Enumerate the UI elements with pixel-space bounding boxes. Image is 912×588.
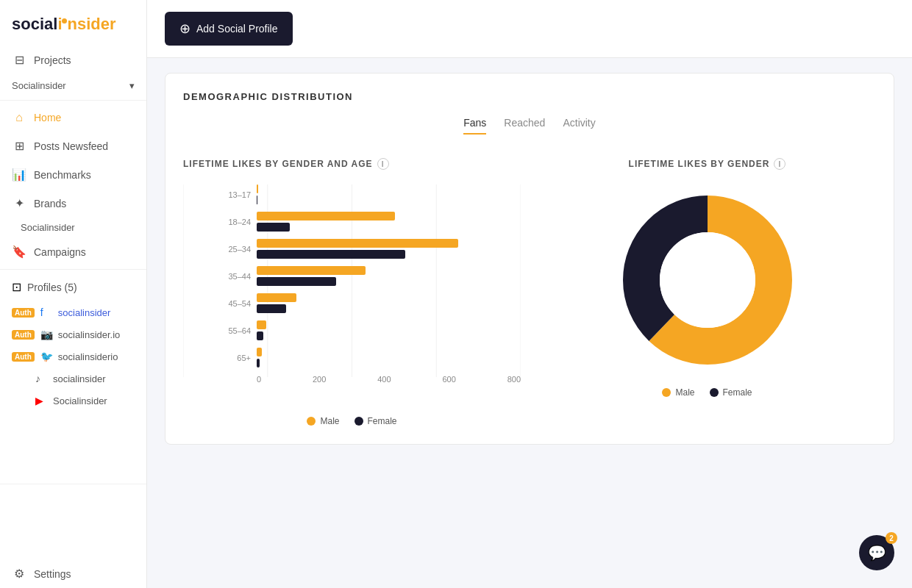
female-dot (355, 417, 363, 426)
section-title: DEMOGRAPHIC DISTRIBUTION (183, 91, 876, 102)
profiles-icon: ⊡ (12, 280, 21, 294)
tab-activity[interactable]: Activity (563, 117, 595, 135)
facebook-icon: f (40, 306, 52, 318)
plus-circle-icon: ⊕ (179, 21, 190, 37)
chat-badge: 2 (886, 532, 897, 544)
male-dot (307, 417, 316, 426)
chart-tabs: Fans Reached Activity (183, 117, 876, 135)
main-content: ⊕ Add Social Profile DEMOGRAPHIC DISTRIB… (147, 0, 912, 588)
bar-chart-section: LIFETIME LIKES BY GENDER AND AGE i 13–17… (183, 158, 521, 426)
profiles-section-header[interactable]: ⊡ Profiles (5) (0, 273, 146, 301)
project-selector[interactable]: Socialinsider ▾ (0, 74, 146, 97)
legend-male: Male (307, 416, 339, 426)
logo: social insider (0, 0, 146, 46)
bar-row: 13–17 (218, 184, 521, 204)
twitter-icon: 🐦 (40, 351, 52, 362)
bar-male (257, 348, 262, 356)
bar-row: 35–44 (218, 266, 521, 286)
donut-chart (612, 184, 803, 376)
donut-chart-section: LIFETIME LIKES BY GENDER i (538, 158, 876, 426)
tiktok-icon: ♪ (35, 373, 47, 384)
demographic-card: DEMOGRAPHIC DISTRIBUTION Fans Reached Ac… (165, 73, 894, 445)
bar-female (257, 196, 257, 204)
settings-icon: ⚙ (12, 567, 26, 581)
bar-chart-title: LIFETIME LIKES BY GENDER AND AGE i (183, 158, 521, 170)
tab-fans[interactable]: Fans (463, 117, 486, 135)
bar-chart-info-icon[interactable]: i (377, 158, 389, 170)
bar-row: 45–54 (218, 293, 521, 313)
chevron-down-icon: ▾ (129, 80, 135, 91)
sidebar-item-projects[interactable]: ⊟ Projects (0, 46, 146, 74)
sidebar-item-campaigns[interactable]: 🔖 Campaigns (0, 237, 146, 266)
sidebar-item-posts[interactable]: ⊞ Posts Newsfeed (0, 132, 146, 160)
donut-female-dot (710, 388, 719, 397)
bar-female (257, 304, 286, 313)
bar-male (257, 184, 258, 193)
tab-reached[interactable]: Reached (504, 117, 545, 135)
bar-female (257, 223, 290, 232)
bar-male (257, 293, 296, 302)
home-icon: ⌂ (12, 111, 26, 124)
donut-male-dot (662, 388, 671, 397)
bar-male (257, 266, 366, 275)
donut-chart-legend: Male Female (662, 387, 752, 398)
sidebar-item-home[interactable]: ⌂ Home (0, 104, 146, 132)
add-profile-button[interactable]: ⊕ Add Social Profile (165, 12, 293, 46)
svg-point-7 (660, 232, 755, 328)
bar-female (257, 331, 263, 340)
campaign-icon: 🔖 (12, 245, 26, 259)
profile-item-ig[interactable]: Auth 📷 socialinsider.io (0, 323, 146, 345)
donut-chart-title: LIFETIME LIKES BY GENDER i (629, 158, 786, 170)
bar-male (257, 320, 266, 329)
bar-row: 65+ (218, 348, 521, 368)
bar-female (257, 250, 405, 259)
sidebar-item-settings[interactable]: ⚙ Settings (0, 559, 146, 588)
chat-icon: 💬 (868, 544, 886, 562)
brand-icon: ✦ (12, 196, 26, 210)
x-axis: 0200400600800 (218, 375, 521, 384)
bar-chart: 13–1718–2425–3435–4445–5455–6465+0200400… (183, 184, 521, 407)
profile-item-yt[interactable]: ▶ Socialinsider (0, 390, 146, 412)
instagram-icon: 📷 (40, 329, 52, 340)
youtube-icon: ▶ (35, 395, 47, 406)
profile-item-fb[interactable]: Auth f socialinsider (0, 301, 146, 323)
sidebar-item-benchmarks[interactable]: 📊 Benchmarks (0, 160, 146, 189)
bar-female (257, 359, 260, 368)
bar-female (257, 277, 336, 286)
chart-icon: 📊 (12, 168, 26, 182)
chat-widget[interactable]: 💬 2 (859, 535, 894, 570)
sidebar-item-brands[interactable]: ✦ Brands (0, 189, 146, 218)
content-area: DEMOGRAPHIC DISTRIBUTION Fans Reached Ac… (147, 58, 912, 588)
bar-chart-legend: Male Female (183, 416, 521, 426)
donut-svg (612, 184, 803, 376)
bar-male (257, 239, 458, 248)
donut-chart-info-icon[interactable]: i (774, 158, 785, 170)
sidebar: social insider ⊟ Projects Socialinsider … (0, 0, 147, 588)
profile-item-tw[interactable]: Auth 🐦 socialinsiderio (0, 345, 146, 368)
bar-row: 18–24 (218, 212, 521, 232)
layers-icon: ⊟ (12, 53, 26, 67)
bar-male (257, 212, 395, 220)
profile-item-tt[interactable]: ♪ socialinsider (0, 368, 146, 390)
sidebar-sub-socialinsider[interactable]: Socialinsider (0, 218, 146, 237)
charts-row: LIFETIME LIKES BY GENDER AND AGE i 13–17… (183, 158, 876, 426)
legend-female: Female (355, 416, 397, 426)
grid-icon: ⊞ (12, 139, 26, 153)
bar-row: 25–34 (218, 239, 521, 259)
donut-legend-female: Female (710, 387, 752, 398)
topbar: ⊕ Add Social Profile (147, 0, 912, 58)
donut-legend-male: Male (662, 387, 694, 398)
bar-row: 55–64 (218, 320, 521, 340)
